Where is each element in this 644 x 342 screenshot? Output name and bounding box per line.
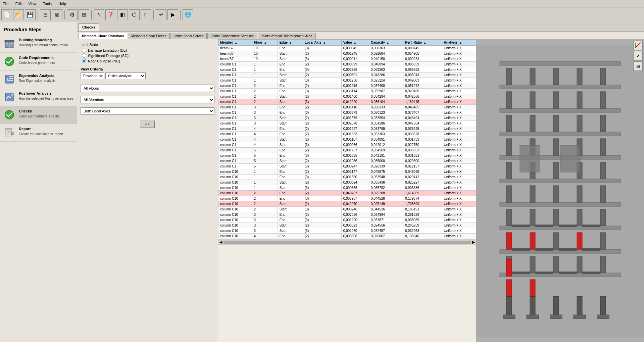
col-edge[interactable]: Edge ▲ xyxy=(278,40,303,46)
table-row[interactable]: column C101Start(3)0,0003560,0557820,006… xyxy=(218,185,476,191)
toolbar-undo[interactable]: ↩ xyxy=(156,9,166,20)
table-row[interactable]: column C11Start(2)0,0003010,0432860,0069… xyxy=(218,72,476,78)
sidebar-item-report[interactable]: Report Create the calculations' report xyxy=(0,124,77,142)
menu-view[interactable]: View xyxy=(27,1,38,6)
table-row[interactable]: column C13End(3)0,0036790,0501230,073407… xyxy=(218,110,476,115)
toolbar-help[interactable]: ❓ xyxy=(105,9,116,20)
sidebar-item-code-requirements[interactable]: Code Requirements Code-based parameters xyxy=(0,53,77,70)
menu-edit[interactable]: Edit xyxy=(14,1,23,6)
menu-help[interactable]: Help xyxy=(57,1,67,6)
table-row[interactable]: column C13Start(2)0,0015790,0339540,0464… xyxy=(218,115,476,121)
table-row[interactable]: column C11Start(3)0,0012360,0252240,0490… xyxy=(218,78,476,83)
table-cell-5: 0,034294 xyxy=(369,94,403,99)
table-row[interactable]: column C15Start(3)0,0002470,0203390,0121… xyxy=(218,164,476,169)
table-cell-7: Uniform + X xyxy=(442,105,476,110)
col-floor[interactable]: Floor ▲ xyxy=(252,40,278,46)
table-row[interactable]: column C12Start(2)0,0014600,0342940,0425… xyxy=(218,94,476,99)
table-row[interactable]: column C104End(2)0,0035980,0260070,13834… xyxy=(218,234,476,239)
table-row[interactable]: column C12End(2)0,0019180,0374080,051272… xyxy=(218,83,476,89)
sidebar-item-pushover[interactable]: Pushover Analysis Run the selected Pusho… xyxy=(0,88,77,106)
table-row[interactable]: column C15Start(2)0,0010360,0350000,0296… xyxy=(218,158,476,164)
table-row[interactable]: column C12Start(3)0,0422200,0361041,1694… xyxy=(218,99,476,105)
table-area[interactable]: Member ▲ Floor ▲ Edge ▲ Local Axis ▲ Val… xyxy=(218,39,476,342)
envelope-select[interactable]: Envelope xyxy=(81,72,104,79)
toolbar-new[interactable]: 📄 xyxy=(1,9,12,20)
sidebar-item-checks[interactable]: Checks Carry out members' checks xyxy=(0,106,77,124)
toolbar-model[interactable]: ⚙ xyxy=(67,9,78,20)
table-row[interactable]: column C12End(3)0,0331140,0359870,920180… xyxy=(218,89,476,94)
toolbar-layers[interactable]: ◧ xyxy=(117,9,128,20)
toolbar-split-v[interactable]: ⊠ xyxy=(52,9,62,20)
table-row[interactable]: column C102Start(3)0,0082460,0445260,185… xyxy=(218,207,476,212)
table-row[interactable]: column C14End(2)0,0012270,0337990,036295… xyxy=(218,126,476,132)
sub-tab-joints-confinement[interactable]: Joints Confinement Stresses xyxy=(207,33,257,39)
table-row[interactable]: column C103End(2)0,0070360,0249940,28152… xyxy=(218,212,476,217)
view3d-grid-btn[interactable]: ⊟ xyxy=(633,61,643,71)
radio-nc-input[interactable] xyxy=(82,59,86,63)
toolbar-open[interactable]: 📂 xyxy=(13,9,24,20)
nav-back-button[interactable]: << xyxy=(140,120,155,128)
table-row[interactable]: column C101End(3)0,0015600,0535480,02914… xyxy=(218,175,476,180)
table-row[interactable]: column C15End(2)0,0012570,0345690,036353… xyxy=(218,148,476,153)
table-row[interactable]: column C102End(2)0,0407070,0252081,61486… xyxy=(218,191,476,196)
toolbar-action[interactable]: ▶ xyxy=(167,9,178,20)
sub-tab-joints-shear[interactable]: Joints Shear Forces xyxy=(170,33,207,39)
radio-dl-input[interactable] xyxy=(82,48,86,52)
scroll-right-btn[interactable]: ▶ xyxy=(472,240,475,244)
view3d-check-btn[interactable]: ✔ xyxy=(633,51,643,60)
sidebar-report-text: Report Create the calculations' report xyxy=(19,127,73,136)
table-row[interactable]: column C103End(3)0,0012900,0338710,03808… xyxy=(218,217,476,223)
radio-sd[interactable]: Significant Damage (SD) xyxy=(82,53,214,58)
table-row[interactable]: beam B710Start(2)0,0012450,0226840,05490… xyxy=(218,51,476,56)
radio-nc[interactable]: Near Collapse (NC) xyxy=(82,59,214,63)
toolbar-web[interactable]: 🌐 xyxy=(183,9,193,20)
table-row[interactable]: column C101End(2)0,0021470,0465750,04609… xyxy=(218,169,476,175)
table-row[interactable]: column C11End(2)0,0003990,0460940,008659… xyxy=(218,62,476,67)
toolbar-grid[interactable]: ⊞ xyxy=(79,9,89,20)
sub-tab-chord-rotations[interactable]: Members Chord Rotations xyxy=(79,33,127,39)
table-row[interactable]: column C13End(2)0,0014100,0303330,046485… xyxy=(218,105,476,110)
all-floors-select[interactable]: All Floors xyxy=(81,85,214,92)
critical-analysis-select[interactable]: Critical Analysis xyxy=(105,72,146,79)
both-local-axes-select[interactable]: Both Local Axes xyxy=(81,107,214,115)
sub-tab-joints-reinforcement[interactable]: Joints Vertical Reinforcement Area xyxy=(258,33,316,39)
svg-rect-86 xyxy=(577,68,582,85)
col-local-axis[interactable]: Local Axis ▲ xyxy=(303,40,342,46)
scroll-left-btn[interactable]: ◀ xyxy=(219,240,222,244)
col-member[interactable]: Member ▲ xyxy=(218,40,252,46)
table-row[interactable]: column C102End(3)0,0079870,0445260,17937… xyxy=(218,196,476,201)
table-row[interactable]: beam B710Start(3)0,0000110,0401500,00028… xyxy=(218,56,476,62)
table-row[interactable]: column C14End(2)0,0016330,0533030,030628… xyxy=(218,132,476,137)
col-capacity[interactable]: Capacity ▲ xyxy=(369,40,403,46)
all-members-select[interactable]: All Members xyxy=(81,96,214,103)
view3d-axis-btn[interactable] xyxy=(633,41,643,50)
table-row[interactable]: column C11End(3)0,0039580,0592030,066852… xyxy=(218,67,476,72)
col-perf-ratio[interactable]: Perf. Ratio ▲ xyxy=(403,40,442,46)
sidebar-item-eigenvalue[interactable]: λ Eigenvalue Analysis Run Eigenvalue ana… xyxy=(0,70,77,88)
table-row[interactable]: column C14Start(3)0,0009560,0420120,0227… xyxy=(218,142,476,148)
toolbar-save[interactable]: 💾 xyxy=(25,9,36,20)
radio-sd-input[interactable] xyxy=(82,53,86,58)
table-row[interactable]: column C13Start(2)0,0025780,0541860,0475… xyxy=(218,121,476,126)
toolbar-split-h[interactable]: ⊟ xyxy=(40,9,51,20)
col-value[interactable]: Value ▲ xyxy=(341,40,369,46)
table-row[interactable]: column C15End(3)0,0013350,0421910,031651… xyxy=(218,153,476,158)
table-row[interactable]: column C103Start(3)0,0010700,0324570,032… xyxy=(218,228,476,234)
table-row[interactable]: column C102Start(2)0,0429700,0251491,708… xyxy=(218,201,476,207)
toolbar-pointer[interactable]: ↖ xyxy=(94,9,104,20)
table-row[interactable]: column C103Start(2)0,0060230,0245560,245… xyxy=(218,223,476,228)
radio-dl[interactable]: Damage Limitation (DL) xyxy=(82,48,214,52)
col-analysis[interactable]: Analysis ▲ xyxy=(442,40,476,46)
toolbar-select[interactable]: ⬚ xyxy=(141,9,151,20)
table-cell-7: Uniform + X xyxy=(442,83,476,89)
toolbar-filter[interactable]: ⬡ xyxy=(129,9,140,20)
table-row[interactable]: beam B710End(3)0,0000450,0603030,000745U… xyxy=(218,46,476,51)
menu-file[interactable]: File xyxy=(1,1,10,6)
menu-tools[interactable]: Tools xyxy=(42,1,53,6)
sidebar-item-building-modelling[interactable]: Building Modelling Building's structural… xyxy=(0,35,77,53)
svg-rect-80 xyxy=(577,92,582,108)
tab-checks[interactable]: Checks xyxy=(79,23,99,31)
table-row[interactable]: column C14Start(2)0,0011070,0348910,0317… xyxy=(218,137,476,142)
sub-tab-shear-forces[interactable]: Members Shear Forces xyxy=(128,33,169,39)
table-row[interactable]: column C101Start(2)0,0008940,0354360,025… xyxy=(218,180,476,185)
